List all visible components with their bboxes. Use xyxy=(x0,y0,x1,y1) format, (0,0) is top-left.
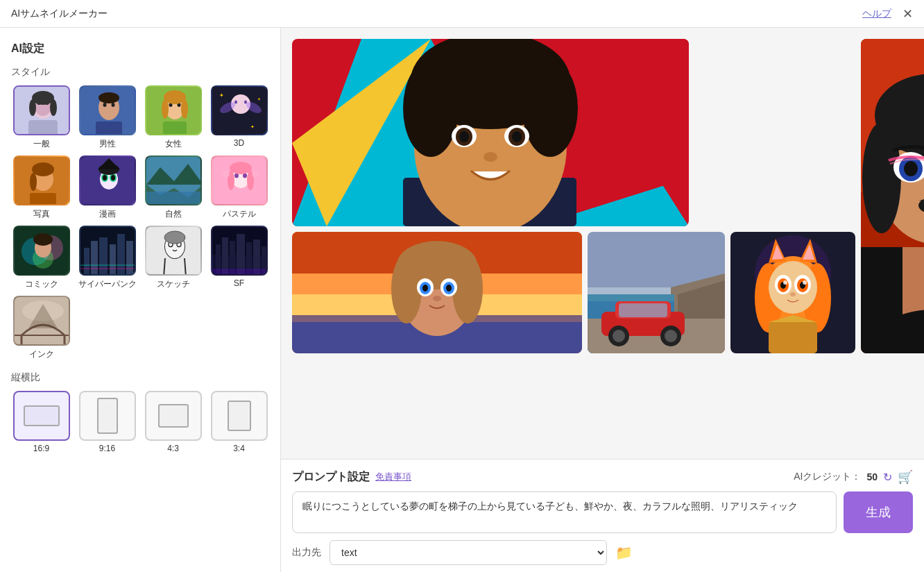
style-item-pastel[interactable]: パステル xyxy=(209,155,269,220)
svg-point-105 xyxy=(522,60,578,157)
help-link[interactable]: ヘルプ xyxy=(862,8,891,20)
svg-rect-34 xyxy=(30,193,56,205)
svg-rect-68 xyxy=(110,244,116,276)
style-label-sf: SF xyxy=(234,278,244,288)
aspect-title: 縦横比 xyxy=(11,371,269,384)
style-item-3d[interactable]: ✦ ✦ ✦ 3D xyxy=(209,85,269,150)
aspect-inner-9-16 xyxy=(97,398,118,434)
gallery-image-makeup[interactable] xyxy=(861,39,924,353)
style-item-comic[interactable]: コミック xyxy=(11,226,71,290)
folder-icon[interactable]: 📁 xyxy=(615,544,633,561)
aspect-box-16-9 xyxy=(13,391,70,441)
svg-point-36 xyxy=(30,173,37,191)
close-button[interactable]: ✕ xyxy=(902,6,913,22)
refresh-icon[interactable]: ↻ xyxy=(883,471,892,484)
style-img-manga xyxy=(79,155,136,205)
gallery-svg-anime xyxy=(730,232,855,353)
svg-point-110 xyxy=(459,131,469,142)
gallery-image-sunset[interactable] xyxy=(292,232,582,353)
aspect-item-3-4[interactable]: 3:4 xyxy=(209,391,269,453)
svg-point-174 xyxy=(862,122,901,233)
svg-rect-69 xyxy=(117,234,125,276)
style-label-3d: 3D xyxy=(234,138,244,148)
bottom-section: プロンプト設定 免責事項 AIクレジット： 50 ↻ 🛒 眠りにつこうとしている… xyxy=(281,459,924,572)
svg-point-25 xyxy=(234,101,237,104)
style-item-shashin[interactable]: 写真 xyxy=(11,155,71,220)
style-item-sf[interactable]: SF xyxy=(209,226,269,290)
svg-point-104 xyxy=(403,60,459,157)
style-subtitle: スタイル xyxy=(11,66,269,78)
svg-point-57 xyxy=(252,171,259,178)
style-item-ippan[interactable]: 一般 xyxy=(11,85,71,150)
style-label-shashin: 写真 xyxy=(33,208,50,220)
generate-button[interactable]: 生成 xyxy=(844,491,913,533)
output-select[interactable]: text file clipboard xyxy=(330,540,607,565)
gallery-svg-man xyxy=(292,39,689,226)
svg-rect-90 xyxy=(212,269,268,276)
svg-point-21 xyxy=(162,99,169,119)
style-img-ink xyxy=(13,296,70,346)
disclaimer-link[interactable]: 免責事項 xyxy=(375,471,411,483)
aspect-item-16-9[interactable]: 16:9 xyxy=(11,391,71,453)
left-panel: AI設定 スタイル xyxy=(0,28,281,572)
style-item-ink[interactable]: インク xyxy=(11,296,71,360)
svg-point-7 xyxy=(29,99,36,116)
style-img-sf xyxy=(211,226,268,276)
svg-text:✦: ✦ xyxy=(250,124,255,129)
svg-rect-48 xyxy=(146,192,202,205)
main-layout: AI設定 スタイル xyxy=(0,28,924,572)
gallery-svg-car xyxy=(588,232,725,353)
svg-rect-3 xyxy=(28,120,58,135)
style-img-shashin xyxy=(13,155,70,205)
style-img-sketch xyxy=(145,226,202,276)
svg-point-131 xyxy=(433,296,441,301)
prompt-header: プロンプト設定 免責事項 AIクレジット： 50 ↻ 🛒 xyxy=(292,469,913,485)
style-img-3d: ✦ ✦ ✦ xyxy=(211,85,268,135)
svg-point-56 xyxy=(223,171,230,178)
svg-point-111 xyxy=(512,131,522,142)
ai-settings-title: AI設定 xyxy=(11,42,269,56)
style-label-sketch: スケッチ xyxy=(157,278,190,290)
right-panel: プロンプト設定 免責事項 AIクレジット： 50 ↻ 🛒 眠りにつこうとしている… xyxy=(281,28,924,572)
prompt-input[interactable]: 眠りにつこうとしている夢の町を梯子の上から見ている子ども、鮮やか、夜、カラフルな… xyxy=(292,491,837,533)
gallery-image-car[interactable] xyxy=(588,232,725,353)
aspect-item-9-16[interactable]: 9:16 xyxy=(77,391,137,453)
gallery-image-anime[interactable] xyxy=(730,232,855,353)
svg-text:✦: ✦ xyxy=(257,97,261,101)
style-label-dansei: 男性 xyxy=(99,138,116,150)
svg-point-178 xyxy=(904,161,918,176)
gallery-svg-sunset xyxy=(292,232,582,353)
gallery xyxy=(281,28,924,459)
cart-icon[interactable]: 🛒 xyxy=(898,469,913,485)
style-label-manga: 漫画 xyxy=(99,208,116,220)
style-item-dansei[interactable]: 男性 xyxy=(77,85,137,150)
svg-point-41 xyxy=(103,175,107,180)
gallery-image-man[interactable] xyxy=(292,39,689,226)
svg-point-63 xyxy=(33,233,53,246)
svg-rect-17 xyxy=(163,121,187,135)
svg-point-22 xyxy=(181,99,188,119)
output-label: 出力先 xyxy=(292,546,321,559)
style-label-ippan: 一般 xyxy=(33,138,50,150)
svg-point-42 xyxy=(111,175,115,180)
style-item-shizen[interactable]: 自然 xyxy=(143,155,203,220)
style-label-comic: コミック xyxy=(25,278,58,290)
style-item-josei[interactable]: 女性 xyxy=(143,85,203,150)
output-row: 出力先 text file clipboard 📁 xyxy=(292,540,913,565)
svg-rect-65 xyxy=(84,248,89,276)
aspect-item-4-3[interactable]: 4:3 xyxy=(143,391,203,453)
style-label-ink: インク xyxy=(29,348,54,360)
style-img-cyber xyxy=(79,226,136,276)
prompt-title-area: プロンプト設定 免責事項 xyxy=(292,470,411,485)
svg-point-129 xyxy=(422,285,428,292)
svg-point-130 xyxy=(446,285,452,292)
style-item-cyber[interactable]: サイバーパンク xyxy=(77,226,137,290)
svg-rect-141 xyxy=(619,303,667,317)
aspect-inner-4-3 xyxy=(158,404,189,428)
style-label-josei: 女性 xyxy=(165,138,182,150)
style-item-sketch[interactable]: スケッチ xyxy=(143,226,203,290)
app-title: AIサムネイルメーカー xyxy=(11,8,108,20)
style-img-ippan xyxy=(13,85,70,135)
style-item-manga[interactable]: 漫画 xyxy=(77,155,137,220)
svg-rect-67 xyxy=(99,237,108,276)
